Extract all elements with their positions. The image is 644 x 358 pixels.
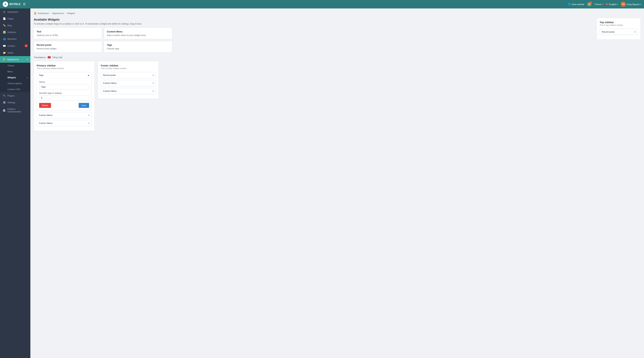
sidebar-item-contact[interactable]: ✉️ Contact 1 (0, 42, 30, 49)
hamburger-menu[interactable]: ☰ (23, 2, 26, 6)
sidebar-item-widgets[interactable]: Widgets › (0, 75, 30, 80)
translations-label: Translations: (34, 56, 46, 59)
recent-posts-top-widget[interactable]: Recent posts ▾ (600, 29, 638, 35)
navbar: B BOTBLE ☰ 🌐 View website 🔔 1 Theme ▾ 🇬🇧… (0, 0, 644, 9)
custom-menu-3-widget[interactable]: Custom Menu ▾ (101, 80, 156, 86)
top-sidebar-panel: Top sidebar This is top sidebar section … (597, 18, 640, 40)
breadcrumb-dashboard[interactable]: Dashboard (38, 12, 49, 15)
widget-text-title: Text (36, 30, 99, 33)
theme-dropdown[interactable]: Theme ▾ (594, 3, 603, 6)
widget-card-custom-menu[interactable]: Custom Menu Add a custom menu to your wi… (104, 28, 172, 39)
tags-widget-body: Name Number tags to display Delete Save (37, 78, 92, 110)
save-button[interactable]: Save (79, 103, 89, 108)
custom-menu-4-widget[interactable]: Custom Menu ▾ (101, 88, 156, 94)
widget-custom-menu-desc: Add a custom menu to your widget area. (107, 34, 169, 37)
sidebar-item-settings[interactable]: ⚙️ Settings ‹ (0, 99, 30, 106)
recent-posts-footer-widget[interactable]: Recent posts ▾ (101, 72, 156, 78)
widgets-arrow: › (27, 76, 28, 79)
dashboard-icon: ⊞ (3, 11, 6, 13)
language-label: English (610, 3, 617, 6)
primary-sidebar-title: Primary sidebar (36, 64, 92, 67)
blog-chevron: ‹ (27, 24, 28, 26)
tags-widget-name: Tags (39, 74, 43, 76)
custom-menu-4-label: Custom Menu (103, 90, 116, 92)
widget-recent-posts-desc: Recent posts widget. (36, 47, 99, 50)
sidebar-item-label: Members (8, 38, 16, 40)
sidebar-item-label: Galleries (8, 31, 16, 34)
top-sidebar-desc: This is top sidebar section (600, 24, 638, 26)
tags-widget-expanded: Tags ▲ Name Number tags to display Delet… (36, 72, 92, 110)
custom-css-label: Custom CSS (8, 88, 20, 91)
avatar: SN (621, 2, 626, 7)
settings-icon: ⚙️ (3, 101, 6, 104)
appearance-icon: 🎨 (3, 58, 6, 61)
sidebar-item-blog[interactable]: ✏️ Blog ‹ (0, 22, 30, 29)
appearance-submenu: Theme Menu Widgets › Theme options Custo… (0, 63, 30, 92)
name-input[interactable] (39, 84, 89, 89)
main-content: 🏠 Dashboard / Appearance / Widgets Avail… (30, 9, 644, 358)
tags-widget-header[interactable]: Tags ▲ (37, 72, 92, 78)
sidebar-item-theme-options[interactable]: Theme options (0, 80, 30, 86)
theme-options-label: Theme options (8, 82, 22, 85)
language-caret: ▾ (617, 4, 618, 5)
number-tags-input[interactable] (39, 95, 89, 101)
sidebar-item-plugins[interactable]: 🔌 Plugins (0, 92, 30, 99)
sidebar-item-label: Contact (8, 45, 15, 47)
sidebar-item-pages[interactable]: 📄 Pages (0, 15, 30, 22)
contact-icon: ✉️ (3, 45, 6, 47)
widget-card-recent-posts[interactable]: Recent posts Recent posts widget. (34, 41, 102, 52)
custom-menu-2-label: Custom Menu (39, 122, 52, 124)
widget-text-desc: Arbitrary text or HTML. (36, 34, 99, 37)
widget-card-tags[interactable]: Tags Popular tags (104, 41, 172, 52)
widget-card-text[interactable]: Text Arbitrary text or HTML. (34, 28, 102, 39)
recent-posts-footer-label: Recent posts (103, 74, 116, 76)
top-sidebar-title: Top sidebar (600, 21, 638, 24)
widgets-grid: Text Arbitrary text or HTML. Custom Menu… (34, 28, 172, 52)
custom-menu-3-label: Custom Menu (103, 82, 116, 84)
tags-arrow-up-icon: ▲ (88, 74, 90, 76)
view-website-link[interactable]: 🌐 View website (568, 3, 584, 6)
user-dropdown[interactable]: SN Sang Nguyen ▾ (621, 2, 641, 7)
app-name: BOTBLE (10, 3, 20, 6)
custom-menu-3-arrow-icon: ▾ (152, 82, 154, 84)
breadcrumb-sep-1: / (50, 12, 51, 15)
theme-label: Theme (594, 3, 601, 6)
footer-sidebar-desc: This is footer sidebar section (101, 67, 156, 70)
recent-posts-top-arrow-icon: ▾ (634, 31, 636, 33)
breadcrumb-current: Widgets (67, 12, 75, 15)
sidebar-item-appearance[interactable]: 🎨 Appearance ▾ (0, 56, 30, 63)
layout: ⊞ Dashboard 📄 Pages ✏️ Blog ‹ 🖼️ Galleri… (0, 0, 644, 358)
sidebar-item-media[interactable]: 📁 Media (0, 49, 30, 56)
sidebar-item-label: Pages (8, 18, 14, 20)
sidebar-item-dashboard[interactable]: ⊞ Dashboard (0, 9, 30, 15)
breadcrumb-appearance[interactable]: Appearance (52, 12, 64, 15)
sidebar-item-custom-css[interactable]: Custom CSS (0, 86, 30, 92)
language-dropdown[interactable]: 🇬🇧 English ▾ (606, 3, 618, 6)
breadcrumb-sep-2: / (65, 12, 66, 15)
home-icon: 🏠 (34, 12, 36, 15)
sidebar-panels-row: Primary sidebar This is primary sidebar … (34, 61, 593, 131)
sidebar-item-theme[interactable]: Theme (0, 63, 30, 69)
sidebar-item-platform-admin[interactable]: 🏛️ Platform Administration ‹ (0, 106, 30, 115)
custom-menu-1-label: Custom Menu (39, 114, 52, 116)
theme-caret: ▾ (602, 4, 603, 5)
widget-tags-desc: Popular tags (107, 47, 169, 50)
widget-actions: Delete Save (39, 103, 89, 108)
appearance-chevron: ▾ (27, 58, 28, 61)
sidebar-item-galleries[interactable]: 🖼️ Galleries (0, 29, 30, 36)
custom-menu-2-arrow-icon: ▾ (88, 122, 90, 124)
delete-button[interactable]: Delete (39, 103, 51, 108)
custom-menu-2-widget[interactable]: Custom Menu ▾ (36, 120, 92, 126)
primary-sidebar-panel: Primary sidebar This is primary sidebar … (34, 61, 94, 131)
custom-menu-1-arrow-icon: ▾ (88, 114, 90, 116)
sidebar-item-menu[interactable]: Menu (0, 69, 30, 75)
contact-badge: 1 (25, 44, 28, 47)
custom-menu-1-widget[interactable]: Custom Menu ▾ (36, 112, 92, 118)
notifications-button[interactable]: 🔔 1 (587, 2, 592, 7)
globe-icon: 🌐 (568, 3, 571, 6)
widget-tags-title: Tags (107, 44, 169, 46)
settings-chevron: ‹ (27, 101, 28, 103)
translations-link[interactable]: Tiếng Việt (52, 56, 62, 59)
sidebar-item-members[interactable]: 👥 Members (0, 36, 30, 42)
platform-icon: 🏛️ (3, 109, 6, 112)
